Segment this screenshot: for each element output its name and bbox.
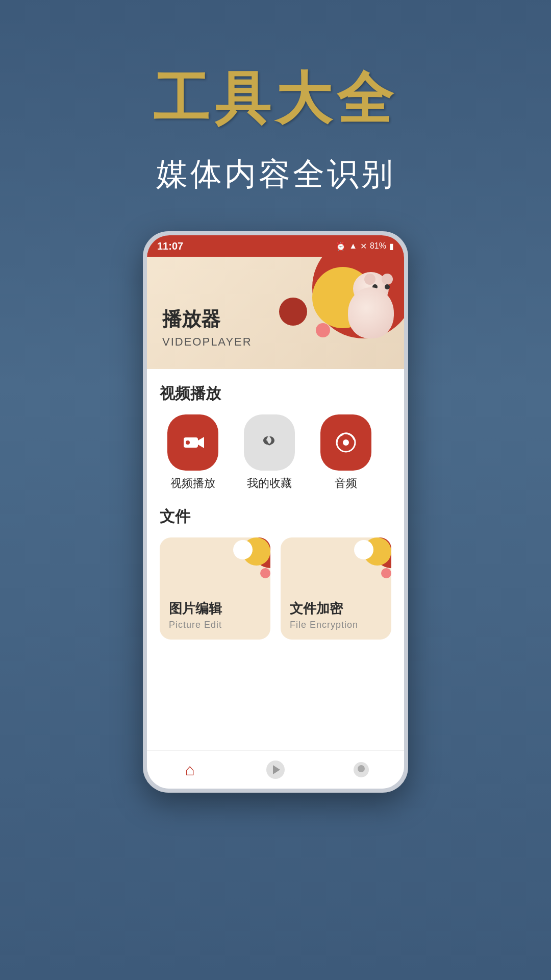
bear-body — [348, 287, 394, 338]
label-video-play: 视频播放 — [170, 476, 215, 491]
phone-inner: 11:07 ⏰ ▲ ✕ 81% ▮ — [147, 235, 404, 789]
signal-icon: ▲ — [349, 241, 357, 251]
icon-btn-video-play[interactable] — [167, 414, 218, 471]
nav-item-play[interactable] — [260, 754, 291, 785]
phone-frame: 11:07 ⏰ ▲ ✕ 81% ▮ — [143, 231, 408, 793]
svg-point-4 — [343, 439, 349, 446]
link-icon — [258, 431, 281, 454]
file-card-title-2: 文件加密 — [290, 600, 382, 618]
file-card-subtitle-2: File Encryption — [290, 620, 382, 630]
icon-item-favorites[interactable]: 我的收藏 — [236, 414, 303, 491]
app-title: 工具大全 — [153, 61, 398, 137]
nav-item-home[interactable]: ⌂ — [174, 754, 205, 785]
file-card-deco-1 — [230, 537, 270, 578]
label-favorites: 我的收藏 — [247, 476, 292, 491]
nav-item-user[interactable] — [346, 754, 377, 785]
battery-icon: ▮ — [389, 241, 394, 251]
music-icon — [335, 431, 357, 454]
battery-text: 81% — [370, 241, 386, 251]
hero-bear — [343, 272, 399, 338]
user-circle — [354, 762, 369, 777]
icon-btn-audio[interactable] — [320, 414, 371, 471]
file-card-title-1: 图片编辑 — [169, 600, 261, 618]
deco-white-2 — [354, 540, 373, 559]
deco-pink-1 — [260, 568, 270, 578]
play-triangle-icon — [273, 765, 280, 774]
hero-text: 播放器 VIDEOPLAYER — [162, 306, 252, 349]
icon-item-video-play[interactable]: 视频播放 — [160, 414, 226, 491]
home-icon: ⌂ — [185, 761, 194, 779]
icon-row-video: 视频播放 我的收藏 — [160, 414, 391, 491]
bear-ear-right — [382, 274, 393, 285]
label-audio: 音频 — [335, 476, 357, 491]
file-card-subtitle-1: Picture Edit — [169, 620, 261, 630]
play-circle — [266, 761, 285, 779]
deco-white-1 — [233, 540, 253, 559]
hero-banner: 播放器 VIDEOPLAYER — [147, 257, 404, 369]
status-bar: 11:07 ⏰ ▲ ✕ 81% ▮ — [147, 235, 404, 257]
svg-marker-1 — [198, 437, 204, 448]
status-icons: ⏰ ▲ ✕ 81% ▮ — [336, 241, 394, 251]
wifi-icon: ✕ — [360, 241, 367, 251]
deco-pink-2 — [381, 568, 391, 578]
content-area: 视频播放 视频播放 — [147, 369, 404, 750]
hero-title-cn: 播放器 — [162, 306, 252, 332]
bottom-nav: ⌂ — [147, 750, 404, 789]
file-row: 图片编辑 Picture Edit 文件加密 File Encryption — [160, 537, 391, 640]
camera-icon — [182, 431, 204, 454]
app-subtitle: 媒体内容全识别 — [156, 153, 395, 195]
file-card-deco-2 — [350, 537, 391, 578]
section-title-file: 文件 — [160, 506, 391, 527]
hero-title-en: VIDEOPLAYER — [162, 335, 252, 349]
hero-pink-dot — [316, 323, 330, 337]
status-time: 11:07 — [157, 240, 183, 252]
file-card-encrypt[interactable]: 文件加密 File Encryption — [281, 537, 391, 640]
icon-item-audio[interactable]: 音频 — [313, 414, 379, 491]
bear-ear-left — [364, 274, 375, 285]
user-head-icon — [358, 765, 365, 772]
hero-dark-red-dot — [279, 298, 307, 326]
bear-eye-right — [385, 284, 390, 289]
file-card-picture-edit[interactable]: 图片编辑 Picture Edit — [160, 537, 270, 640]
svg-point-2 — [186, 440, 190, 445]
section-title-video: 视频播放 — [160, 383, 391, 404]
alarm-icon: ⏰ — [336, 241, 346, 251]
icon-btn-favorites[interactable] — [244, 414, 295, 471]
